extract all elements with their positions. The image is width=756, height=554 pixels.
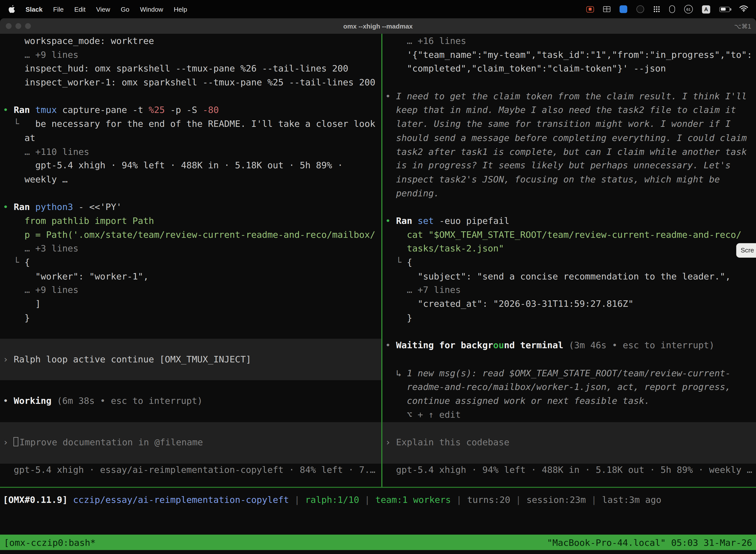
terminal-line: weekly …	[3, 173, 381, 187]
terminal-line: • Ran set -euo pipefail	[385, 214, 756, 228]
terminal-line: "worker": "worker-1",	[3, 270, 381, 283]
terminal-line: p = Path('.omx/state/team/review-current…	[3, 228, 381, 242]
terminal-line: • Working (6m 38s • esc to interrupt)	[3, 394, 381, 408]
terminal-line: task2 after task1 is complete, but can I…	[385, 145, 756, 159]
terminal-line: readme-and-reco/mailbox/worker-1.json, a…	[385, 380, 756, 394]
terminal-line: … +7 lines	[385, 283, 756, 297]
text-cursor	[14, 437, 18, 447]
terminal-line: • Waiting for background terminal (3m 46…	[385, 339, 756, 353]
terminal-line: … +16 lines	[385, 34, 756, 48]
terminal-line	[3, 325, 381, 339]
window-title-bar: omx --xhigh --madmax ⌥⌘1	[0, 18, 756, 34]
terminal-line: tasks/task-2.json"	[385, 242, 756, 256]
terminal-line: gpt-5.4 xhigh · 94% left · 488K in · 5.1…	[3, 159, 381, 173]
terminal-line: at	[3, 131, 381, 145]
terminal-line: "completed","claim_token":"claim-token"}…	[385, 62, 756, 76]
terminal-line: gpt-5.4 xhigh · 94% left · 488K in · 5.1…	[385, 463, 756, 477]
terminal-line: ]	[3, 297, 381, 311]
terminal-pane-left[interactable]: workspace_mode: worktree … +9 lines insp…	[0, 34, 381, 487]
terminal-pane-right[interactable]: … +16 lines '{"team_name":"my-team","tas…	[382, 34, 756, 487]
apple-logo-icon	[8, 5, 15, 13]
terminal-line: }	[385, 311, 756, 325]
terminal-line: › Improve documentation in @filename	[3, 436, 381, 449]
terminal-line: inspect_worker-1: omx sparkshell --tmux-…	[3, 76, 381, 90]
terminal-line: later. Using the same for transition mig…	[385, 117, 756, 131]
terminal-line: inspect_hud: omx sparkshell --tmux-pane …	[3, 62, 381, 76]
menu-bar-status-icons: 61 A	[586, 5, 756, 13]
screen: Slack FileEditViewGoWindowHelp 61 A	[0, 0, 756, 554]
terminal-line	[3, 449, 381, 463]
terminal-line: }	[3, 311, 381, 325]
terminal-line	[385, 353, 756, 367]
blue-app-icon[interactable]	[620, 5, 627, 13]
terminal-line: … +9 lines	[3, 48, 381, 62]
battery-percentage-icon[interactable]: 61	[684, 5, 693, 13]
pill-app-icon[interactable]	[669, 5, 675, 13]
terminal-line	[385, 325, 756, 339]
macos-menu-bar: Slack FileEditViewGoWindowHelp 61 A	[0, 0, 756, 18]
menu-items: FileEditViewGoWindowHelp	[48, 5, 192, 13]
battery-icon[interactable]	[719, 6, 730, 12]
terminal-line: keep that in mind. Maybe I also need the…	[385, 104, 756, 117]
close-button[interactable]	[6, 23, 11, 29]
terminal-line: … +3 lines	[3, 242, 381, 256]
terminal-line: └ {	[3, 256, 381, 270]
terminal-line: gpt-5.4 xhigh · essay/ai-reimplementatio…	[3, 463, 381, 477]
terminal-line: › Ralph loop active continue [OMX_TMUX_I…	[3, 353, 381, 367]
menu-go[interactable]: Go	[115, 5, 135, 13]
dark-app-icon[interactable]	[636, 5, 644, 13]
tmux-session-info: [omx-cczip0:bash*	[4, 537, 96, 548]
menu-view[interactable]: View	[91, 5, 115, 13]
active-app-name[interactable]: Slack	[20, 5, 48, 13]
terminal-line	[385, 449, 756, 463]
terminal[interactable]: workspace_mode: worktree … +9 lines insp…	[0, 34, 756, 554]
terminal-line: • Ran python3 - <<'PY'	[3, 200, 381, 214]
menu-bar-left: Slack FileEditViewGoWindowHelp	[0, 5, 192, 13]
tmux-host-clock: "MacBook-Pro-44.local" 05:03 31-Mar-26	[547, 537, 752, 548]
terminal-line	[385, 200, 756, 214]
terminal-line: is in progress? It seems likely but perh…	[385, 159, 756, 173]
terminal-line: '{"team_name":"my-team","task_id":"1","f…	[385, 48, 756, 62]
zoom-button[interactable]	[25, 23, 31, 29]
terminal-line: … +9 lines	[3, 283, 381, 297]
terminal-line: └ be necessary for the end of the README…	[3, 117, 381, 131]
terminal-line: "subject": "send a concise recommendatio…	[385, 270, 756, 283]
window-title: omx --xhigh --madmax	[0, 22, 756, 30]
traffic-lights	[6, 23, 31, 29]
terminal-line: ⌥ + ↑ edit	[385, 408, 756, 422]
menu-edit[interactable]: Edit	[69, 5, 91, 13]
terminal-line: from pathlib import Path	[3, 214, 381, 228]
grid-icon[interactable]	[603, 6, 611, 12]
tmux-pane-divider-horizontal	[0, 487, 756, 488]
menu-help[interactable]: Help	[169, 5, 192, 13]
terminal-line	[385, 76, 756, 90]
apple-menu-icon[interactable]	[0, 5, 20, 13]
terminal-line	[3, 422, 381, 436]
terminal-line	[3, 366, 381, 380]
terminal-line	[385, 422, 756, 436]
terminal-line: ↳ 1 new msg(s): read $OMX_TEAM_STATE_ROO…	[385, 366, 756, 380]
terminal-line: • I need to get the claim token from the…	[385, 90, 756, 104]
terminal-line	[3, 408, 381, 422]
terminal-line: should send a message before completing …	[385, 131, 756, 145]
terminal-line: pending.	[385, 186, 756, 200]
terminal-line	[3, 339, 381, 353]
omx-status-line: [OMX#0.11.9] cczip/essay/ai-reimplementa…	[3, 493, 662, 507]
terminal-line: "created_at": "2026-03-31T11:59:27.816Z"	[385, 297, 756, 311]
menu-file[interactable]: File	[48, 5, 69, 13]
terminal-line: … +110 lines	[3, 145, 381, 159]
screenshot-tooltip-fragment[interactable]: Scre	[737, 243, 756, 258]
wifi-icon[interactable]	[739, 5, 748, 13]
terminal-line: • Ran tmux capture-pane -t %25 -p -S -80	[3, 104, 381, 117]
tmux-status-bar: [omx-cczip0:bash* "MacBook-Pro-44.local"…	[0, 535, 756, 550]
terminal-line: └ {	[385, 256, 756, 270]
terminal-line: continue assigned work or next feasible …	[385, 394, 756, 408]
input-source-icon[interactable]: A	[702, 5, 710, 13]
terminal-line	[3, 90, 381, 104]
dots-grid-icon[interactable]	[653, 6, 660, 12]
terminal-line: cat "$OMX_TEAM_STATE_ROOT/team/review-cu…	[385, 228, 756, 242]
minimize-button[interactable]	[15, 23, 21, 29]
menu-window[interactable]: Window	[135, 5, 169, 13]
terminal-line: workspace_mode: worktree	[3, 34, 381, 48]
screen-recording-indicator-icon[interactable]	[586, 6, 594, 12]
